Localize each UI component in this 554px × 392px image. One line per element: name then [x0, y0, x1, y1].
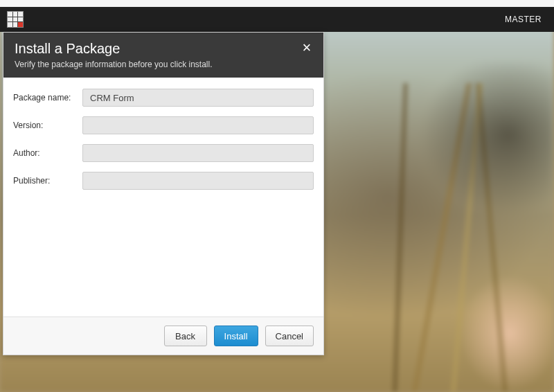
app-logo-icon[interactable] — [7, 11, 24, 28]
dialog-footer: Back Install Cancel — [3, 317, 323, 355]
top-gap — [0, 0, 554, 7]
package-name-label: Package name: — [13, 93, 82, 103]
dialog-title: Install a Package — [15, 41, 312, 57]
publisher-label: Publisher: — [13, 176, 82, 186]
dialog-subtitle: Verify the package information before yo… — [15, 60, 312, 69]
publisher-input[interactable] — [82, 172, 314, 190]
version-label: Version: — [13, 121, 82, 130]
cancel-button[interactable]: Cancel — [265, 326, 314, 346]
navbar-user-label[interactable]: MASTER — [505, 15, 542, 24]
version-input[interactable] — [82, 116, 314, 134]
navbar: MASTER — [0, 7, 554, 32]
install-package-dialog: Install a Package Verify the package inf… — [3, 32, 324, 355]
package-name-input[interactable] — [82, 89, 314, 107]
form-row-author: Author: — [13, 144, 314, 162]
close-icon[interactable]: × — [298, 39, 315, 56]
author-label: Author: — [13, 148, 82, 158]
install-button[interactable]: Install — [214, 326, 258, 346]
back-button[interactable]: Back — [164, 326, 207, 346]
form-row-version: Version: — [13, 116, 314, 134]
dialog-body: Package name: Version: Author: Publisher… — [3, 78, 323, 317]
form-row-publisher: Publisher: — [13, 172, 314, 190]
author-input[interactable] — [82, 144, 314, 162]
dialog-header: Install a Package Verify the package inf… — [3, 33, 323, 78]
form-row-package-name: Package name: — [13, 89, 314, 107]
